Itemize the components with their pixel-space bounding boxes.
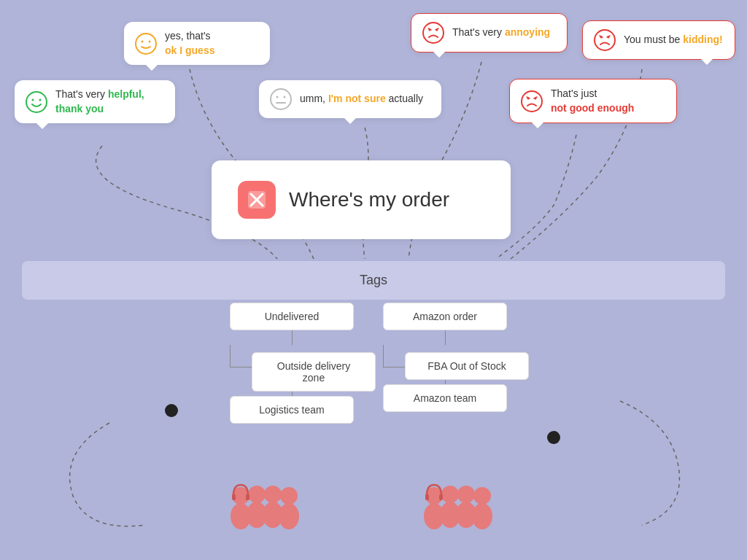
svg-point-1	[32, 98, 34, 101]
svg-rect-41	[439, 494, 443, 500]
bubble-helpful: That's very helpful,thank you	[15, 80, 175, 123]
svg-point-36	[457, 486, 475, 503]
svg-point-16	[522, 91, 542, 112]
connector-v1	[292, 330, 293, 345]
svg-point-39	[472, 503, 492, 529]
svg-point-29	[279, 503, 299, 529]
sad-kidding-icon	[593, 28, 616, 52]
tag-amazon-order: Amazon order	[383, 303, 507, 330]
bubble-annoying: That's very annoying	[411, 13, 568, 52]
connector-l2: FBA Out of Stock	[383, 345, 507, 380]
tag-column-right: Amazon order FBA Out of Stock Amazon tea…	[383, 303, 507, 424]
tag-outside-delivery: Outside delivery zone	[252, 352, 376, 392]
neutral-icon	[269, 88, 293, 111]
svg-point-2	[39, 98, 42, 101]
sad-annoying-icon	[422, 21, 445, 44]
svg-point-5	[149, 40, 151, 42]
svg-point-28	[280, 487, 298, 505]
neutral-smile-icon	[134, 32, 158, 55]
svg-point-6	[271, 89, 291, 109]
tags-label: Tags	[360, 273, 387, 287]
bubble-okiguess-text: yes, that'sok I guess	[165, 29, 214, 58]
connector-v3	[445, 330, 446, 345]
svg-point-4	[142, 40, 144, 42]
svg-point-24	[248, 486, 266, 503]
svg-rect-31	[246, 494, 249, 500]
svg-rect-30	[232, 494, 236, 500]
svg-point-34	[441, 486, 459, 503]
order-icon	[238, 181, 276, 219]
bubble-kidding: You must be kidding!	[582, 20, 735, 60]
bubble-notsure-text: umm, I'm not sure actually	[300, 92, 423, 106]
bubble-annoying-text: That's very annoying	[452, 26, 550, 40]
svg-point-7	[276, 96, 279, 98]
tag-logistics: Logistics team	[230, 396, 354, 424]
svg-point-3	[136, 34, 156, 54]
main-card: Where's my order	[212, 160, 511, 239]
tag-fba: FBA Out of Stock	[405, 352, 529, 380]
svg-point-8	[284, 96, 286, 98]
connector-l: Outside delivery zone	[230, 345, 354, 392]
team-right-svg	[419, 474, 514, 540]
tag-amazon-team: Amazon team	[383, 384, 507, 412]
bubble-okiguess: yes, that'sok I guess	[124, 22, 270, 65]
dot-left	[165, 404, 178, 417]
sad-notenough-icon	[520, 90, 543, 113]
svg-point-38	[473, 487, 491, 505]
team-left-svg	[226, 474, 321, 540]
svg-point-26	[264, 486, 282, 503]
team-group-right	[419, 474, 514, 540]
happy-icon	[25, 90, 48, 114]
tag-column-left: Undelivered Outside delivery zone Logist…	[230, 303, 354, 424]
svg-point-0	[26, 92, 47, 112]
tag-tree: Undelivered Outside delivery zone Logist…	[175, 303, 562, 424]
bubble-kidding-text: You must be kidding!	[624, 33, 723, 47]
svg-rect-40	[425, 494, 429, 500]
main-card-title: Where's my order	[289, 188, 449, 211]
dot-right	[547, 431, 560, 444]
team-group-left	[226, 474, 321, 540]
bubble-notenough-text: That's justnot good enough	[551, 87, 634, 115]
tags-bar: Tags	[22, 261, 725, 300]
tag-undelivered: Undelivered	[230, 303, 354, 330]
svg-point-10	[423, 23, 444, 43]
bubble-notenough: That's justnot good enough	[509, 79, 677, 123]
bubble-helpful-text: That's very helpful,thank you	[55, 88, 144, 116]
bubble-notsure: umm, I'm not sure actually	[259, 80, 441, 118]
svg-point-13	[595, 30, 615, 50]
